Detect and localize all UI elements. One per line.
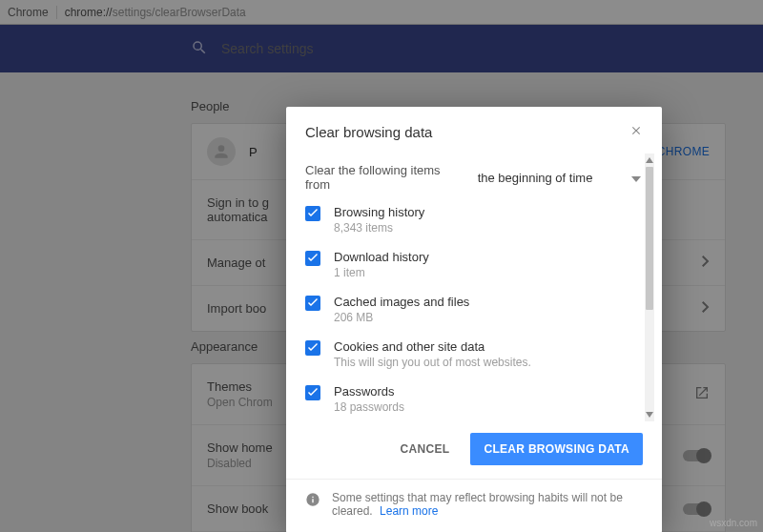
scroll-thumb[interactable] <box>646 167 653 310</box>
clear-browsing-data-dialog: Clear browsing data Clear the following … <box>286 107 662 532</box>
scroll-down-icon[interactable] <box>645 408 654 421</box>
checkbox-checked[interactable] <box>305 296 320 311</box>
checkbox-checked[interactable] <box>305 206 320 221</box>
clear-data-button[interactable]: CLEAR BROWSING DATA <box>470 433 643 465</box>
dialog-scrollbar[interactable] <box>645 153 654 421</box>
watermark: wsxdn.com <box>710 518 757 528</box>
time-range-row: Clear the following items from the begin… <box>305 153 641 197</box>
checkbox-checked[interactable] <box>305 340 320 356</box>
time-range-label: Clear the following items from <box>305 163 464 192</box>
checkbox-checked[interactable] <box>305 385 320 400</box>
learn-more-link[interactable]: Learn more <box>380 504 438 518</box>
option-cookies[interactable]: Cookies and other site dataThis will sig… <box>305 332 641 377</box>
chevron-down-icon <box>631 171 641 185</box>
time-range-select[interactable]: the beginning of time <box>474 171 641 185</box>
scroll-track[interactable] <box>645 167 654 408</box>
scroll-up-icon[interactable] <box>645 153 654 167</box>
option-download-history[interactable]: Download history1 item <box>305 242 641 287</box>
cancel-button[interactable]: CANCEL <box>387 433 464 465</box>
dialog-title: Clear browsing data <box>305 124 432 140</box>
checkbox-checked[interactable] <box>305 251 320 266</box>
info-icon <box>305 491 332 510</box>
option-cached-images[interactable]: Cached images and files206 MB <box>305 287 641 332</box>
option-passwords[interactable]: Passwords18 passwords <box>305 377 641 421</box>
dialog-footer: Some settings that may reflect browsing … <box>286 479 662 532</box>
close-button[interactable] <box>629 124 643 140</box>
option-browsing-history[interactable]: Browsing history8,343 items <box>305 197 641 242</box>
